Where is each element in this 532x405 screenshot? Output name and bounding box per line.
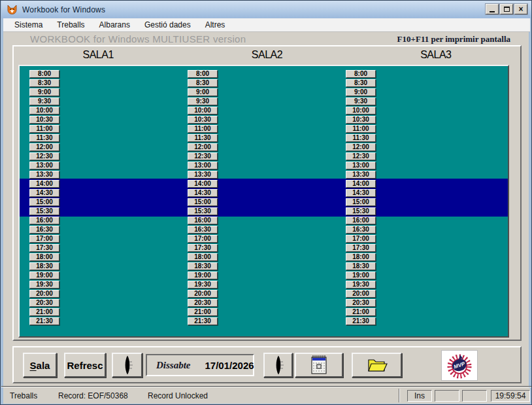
time-slot-button[interactable]: 14:00 [188, 180, 218, 188]
time-slot-button[interactable]: 8:30 [346, 79, 376, 87]
time-slot-button[interactable]: 17:30 [188, 244, 218, 252]
time-slot-button[interactable]: 10:00 [29, 107, 59, 114]
time-slot-button[interactable]: 12:00 [188, 143, 218, 151]
time-slot-button[interactable]: 8:00 [346, 70, 376, 78]
time-slot-button[interactable]: 18:00 [346, 253, 376, 261]
time-slot-button[interactable]: 19:00 [29, 272, 59, 279]
time-slot-button[interactable]: 16:30 [346, 226, 376, 234]
time-slot-button[interactable]: 9:30 [346, 97, 376, 105]
time-slot-button[interactable]: 10:00 [188, 107, 218, 114]
time-slot-button[interactable]: 14:00 [346, 180, 376, 188]
time-slot-button[interactable]: 13:30 [188, 171, 218, 179]
time-slot-button[interactable]: 9:30 [29, 97, 59, 105]
time-slot-button[interactable]: 15:30 [29, 207, 59, 215]
time-slot-button[interactable]: 17:00 [346, 235, 376, 243]
time-slot-button[interactable]: 16:00 [29, 217, 59, 224]
menu-item-treballs[interactable]: Treballs [51, 19, 90, 31]
menu-item-albarans[interactable]: Albarans [93, 19, 136, 31]
time-slot-button[interactable]: 14:30 [346, 189, 376, 197]
time-slot-button[interactable]: 15:00 [346, 198, 376, 206]
time-slot-button[interactable]: 21:00 [346, 308, 376, 316]
time-slot-button[interactable]: 11:30 [29, 134, 59, 142]
time-slot-button[interactable]: 12:00 [346, 143, 376, 151]
time-slot-button[interactable]: 17:00 [29, 235, 59, 243]
time-slot-button[interactable]: 20:00 [346, 290, 376, 298]
time-slot-button[interactable]: 13:00 [346, 162, 376, 169]
title-bar[interactable]: Workbook for Windows × [1, 1, 532, 18]
time-slot-button[interactable]: 9:30 [188, 97, 218, 105]
time-slot-button[interactable]: 8:00 [188, 70, 218, 78]
time-slot-button[interactable]: 10:30 [188, 116, 218, 124]
time-slot-button[interactable]: 12:30 [29, 152, 59, 160]
time-slot-button[interactable]: 21:30 [346, 317, 376, 325]
time-slot-button[interactable]: 20:00 [29, 290, 59, 298]
time-slot-button[interactable]: 14:30 [29, 189, 59, 197]
time-slot-button[interactable]: 9:00 [29, 88, 59, 96]
time-slot-button[interactable]: 14:00 [29, 180, 59, 188]
time-slot-button[interactable]: 18:30 [188, 262, 218, 270]
time-slot-button[interactable]: 18:30 [29, 262, 59, 270]
time-slot-button[interactable]: 21:00 [29, 308, 59, 316]
time-slot-button[interactable]: 21:00 [188, 308, 218, 316]
time-slot-button[interactable]: 17:00 [188, 235, 218, 243]
time-slot-button[interactable]: 8:30 [29, 79, 59, 87]
time-slot-button[interactable]: 17:30 [29, 244, 59, 252]
time-slot-button[interactable]: 12:30 [346, 152, 376, 160]
time-slot-button[interactable]: 15:30 [188, 207, 218, 215]
refresc-button[interactable]: Refresc [64, 353, 106, 378]
time-slot-button[interactable]: 11:00 [29, 125, 59, 133]
sala-button[interactable]: Sala [23, 353, 57, 378]
time-slot-button[interactable]: 20:30 [29, 299, 59, 307]
time-slot-button[interactable]: 11:00 [346, 125, 376, 133]
time-slot-button[interactable]: 13:00 [188, 162, 218, 169]
menu-item-sistema[interactable]: Sistema [8, 19, 48, 31]
menu-item-altres[interactable]: Altres [199, 19, 231, 31]
time-slot-button[interactable]: 8:00 [29, 70, 59, 78]
time-slot-button[interactable]: 18:30 [346, 262, 376, 270]
maximize-button[interactable] [500, 4, 513, 14]
open-folder-button[interactable] [352, 353, 402, 378]
time-slot-button[interactable]: 18:00 [29, 253, 59, 261]
time-slot-button[interactable]: 16:30 [29, 226, 59, 234]
time-slot-button[interactable]: 19:00 [346, 272, 376, 279]
time-slot-button[interactable]: 16:00 [346, 217, 376, 224]
time-slot-button[interactable]: 10:00 [346, 107, 376, 114]
time-slot-button[interactable]: 20:00 [188, 290, 218, 298]
time-slot-button[interactable]: 21:30 [188, 317, 218, 325]
time-slot-button[interactable]: 11:00 [188, 125, 218, 133]
time-slot-button[interactable]: 19:30 [346, 281, 376, 289]
time-slot-button[interactable]: 19:00 [188, 272, 218, 279]
time-slot-button[interactable]: 19:30 [188, 281, 218, 289]
status-lock-state: Record Unlocked [148, 391, 208, 400]
time-slot-button[interactable]: 14:30 [188, 189, 218, 197]
time-slot-button[interactable]: 19:30 [29, 281, 59, 289]
time-slot-button[interactable]: 9:00 [188, 88, 218, 96]
time-slot-button[interactable]: 10:30 [29, 116, 59, 124]
time-slot-button[interactable]: 12:30 [188, 152, 218, 160]
time-slot-button[interactable]: 18:00 [188, 253, 218, 261]
time-slot-button[interactable]: 15:30 [346, 207, 376, 215]
time-slot-button[interactable]: 8:30 [188, 79, 218, 87]
time-slot-button[interactable]: 11:30 [188, 134, 218, 142]
close-button[interactable]: × [514, 4, 527, 14]
time-slot-button[interactable]: 16:30 [188, 226, 218, 234]
next-day-button[interactable] [263, 353, 293, 378]
time-slot-button[interactable]: 15:00 [29, 198, 59, 206]
time-slot-button[interactable]: 10:30 [346, 116, 376, 124]
prev-day-button[interactable] [112, 353, 142, 378]
time-slot-button[interactable]: 13:00 [29, 162, 59, 169]
time-slot-button[interactable]: 16:00 [188, 217, 218, 224]
time-slot-button[interactable]: 13:30 [29, 171, 59, 179]
time-slot-button[interactable]: 15:00 [188, 198, 218, 206]
time-slot-button[interactable]: 20:30 [346, 299, 376, 307]
menu-item-gestio-dades[interactable]: Gestió dades [139, 19, 197, 31]
time-slot-button[interactable]: 12:00 [29, 143, 59, 151]
minimize-button[interactable] [486, 4, 499, 14]
time-slot-button[interactable]: 20:30 [188, 299, 218, 307]
time-slot-button[interactable]: 11:30 [346, 134, 376, 142]
calendar-button[interactable] [295, 353, 343, 378]
time-slot-button[interactable]: 13:30 [346, 171, 376, 179]
time-slot-button[interactable]: 21:30 [29, 317, 59, 325]
time-slot-button[interactable]: 17:30 [346, 244, 376, 252]
time-slot-button[interactable]: 9:00 [346, 88, 376, 96]
